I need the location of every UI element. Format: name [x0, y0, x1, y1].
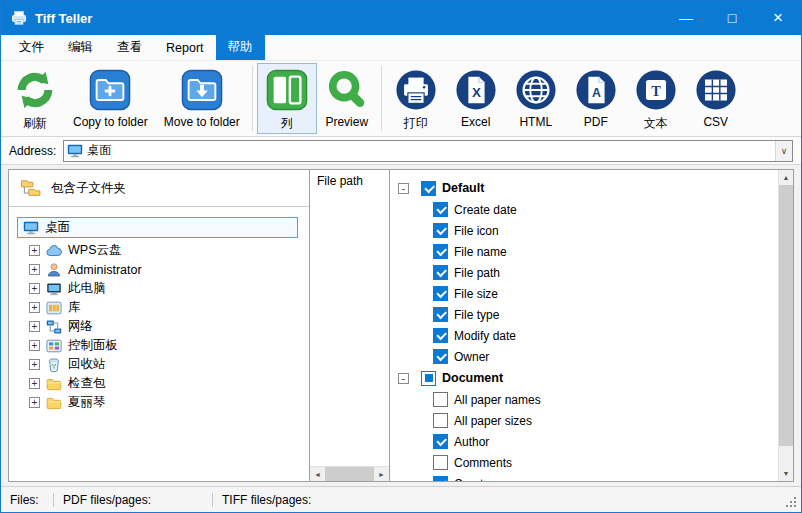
svg-text:X: X — [472, 85, 481, 100]
toolbar-button-csv[interactable]: CSV — [686, 63, 746, 134]
column-item-label: All paper sizes — [454, 414, 532, 428]
column-item-creator[interactable]: Creator — [398, 473, 778, 481]
include-subfolders-toggle[interactable]: 包含子文件夹 — [9, 170, 309, 207]
resize-grip[interactable] — [794, 505, 796, 507]
column-item-file-path[interactable]: File path — [398, 262, 778, 283]
column-item-create-date[interactable]: Create date — [398, 199, 778, 220]
tree-item-network-5[interactable]: +网络 — [17, 317, 303, 336]
expand-icon[interactable]: + — [29, 340, 40, 351]
checkbox-document[interactable] — [421, 371, 436, 386]
expand-icon[interactable]: + — [29, 302, 40, 313]
file-list-panel: File path ◄ ► — [310, 169, 390, 482]
checkbox-create-date[interactable] — [433, 202, 448, 217]
scroll-down-icon[interactable]: ▼ — [779, 466, 793, 481]
toolbar-separator — [381, 66, 382, 131]
expand-icon[interactable]: + — [29, 397, 40, 408]
scroll-left-icon[interactable]: ◄ — [310, 467, 325, 481]
toolbar-button-copy-to-folder[interactable]: Copy to folder — [65, 63, 156, 134]
toolbar-button-label: Preview — [325, 115, 368, 129]
expand-icon[interactable]: + — [29, 283, 40, 294]
scroll-right-icon[interactable]: ► — [374, 467, 389, 481]
menu-item-file[interactable]: 文件 — [7, 35, 56, 60]
expand-icon[interactable]: + — [29, 359, 40, 370]
column-item-owner[interactable]: Owner — [398, 346, 778, 367]
vscrollbar-thumb[interactable] — [779, 185, 793, 446]
column-item-comments[interactable]: Comments — [398, 452, 778, 473]
expand-icon[interactable]: + — [29, 378, 40, 389]
checkbox-file-name[interactable] — [433, 244, 448, 259]
expand-icon[interactable]: + — [29, 321, 40, 332]
hscrollbar-thumb[interactable] — [325, 467, 374, 481]
tree-item-recycle-bin-7[interactable]: +回收站 — [17, 355, 303, 374]
tree-item-user-2[interactable]: +Administrator — [17, 260, 303, 279]
tree-item-desktop-0[interactable]: 桌面 — [17, 217, 298, 238]
tree-item-folder-9[interactable]: +夏丽琴 — [17, 393, 303, 412]
checkbox-modify-date[interactable] — [433, 328, 448, 343]
vertical-scrollbar[interactable]: ▲ ▼ — [778, 170, 793, 481]
file-path-column-header[interactable]: File path — [310, 170, 389, 191]
tree-item-folder-8[interactable]: +检查包 — [17, 374, 303, 393]
checkbox-file-type[interactable] — [433, 307, 448, 322]
titlebar: Tiff Teller — □ × — [1, 1, 801, 35]
status-tiff-files: TIFF files/pages: — [213, 493, 794, 507]
addressbar: Address: 桌面 ∨ — [1, 137, 801, 165]
column-item-all-paper-names[interactable]: All paper names — [398, 389, 778, 410]
toolbar-button-print[interactable]: 打印 — [386, 63, 446, 134]
minimize-button[interactable]: — — [663, 1, 709, 35]
close-button[interactable]: × — [755, 1, 801, 35]
toolbar-button-label: 列 — [281, 115, 293, 132]
column-group-document[interactable]: -Document — [398, 367, 778, 389]
address-dropdown-button[interactable]: ∨ — [775, 141, 792, 161]
column-item-file-name[interactable]: File name — [398, 241, 778, 262]
checkbox-author[interactable] — [433, 434, 448, 449]
tree-item-computer-3[interactable]: +此电脑 — [17, 279, 303, 298]
tree-item-wps-cloud-1[interactable]: +WPS云盘 — [17, 241, 303, 260]
recycle-bin-icon — [46, 357, 62, 373]
collapse-icon[interactable]: - — [398, 183, 409, 194]
collapse-icon[interactable]: - — [398, 373, 409, 384]
toolbar-button-pdf[interactable]: APDF — [566, 63, 626, 134]
toolbar-button-refresh[interactable]: 刷新 — [5, 63, 65, 134]
column-item-file-type[interactable]: File type — [398, 304, 778, 325]
html-icon — [514, 68, 558, 112]
include-subfolders-label: 包含子文件夹 — [51, 180, 126, 197]
checkbox-all-paper-names[interactable] — [433, 392, 448, 407]
checkbox-file-size[interactable] — [433, 286, 448, 301]
menu-item-edit[interactable]: 编辑 — [56, 35, 105, 60]
column-item-file-icon[interactable]: File icon — [398, 220, 778, 241]
toolbar-button-html[interactable]: HTML — [506, 63, 566, 134]
tree-item-library-4[interactable]: +库 — [17, 298, 303, 317]
address-combobox[interactable]: 桌面 ∨ — [63, 140, 793, 162]
folder-icon — [46, 395, 62, 411]
menu-item-view[interactable]: 查看 — [105, 35, 154, 60]
checkbox-owner[interactable] — [433, 349, 448, 364]
menu-item-help[interactable]: 帮助 — [216, 35, 265, 60]
toolbar-button-move-to-folder[interactable]: Move to folder — [156, 63, 248, 134]
checkbox-file-icon[interactable] — [433, 223, 448, 238]
toolbar-button-columns[interactable]: 列 — [257, 63, 317, 134]
checkbox-all-paper-sizes[interactable] — [433, 413, 448, 428]
column-group-default[interactable]: -Default — [398, 177, 778, 199]
statusbar: Files: PDF files/pages: TIFF files/pages… — [1, 486, 801, 512]
horizontal-scrollbar[interactable]: ◄ ► — [310, 466, 389, 481]
tree-item-label: 网络 — [68, 318, 93, 335]
checkbox-default[interactable] — [421, 181, 436, 196]
maximize-button[interactable]: □ — [709, 1, 755, 35]
copy-to-folder-icon — [88, 68, 132, 112]
column-item-author[interactable]: Author — [398, 431, 778, 452]
tree-item-control-panel-6[interactable]: +控制面板 — [17, 336, 303, 355]
checkbox-comments[interactable] — [433, 455, 448, 470]
vscrollbar-track[interactable] — [779, 185, 793, 466]
scroll-up-icon[interactable]: ▲ — [779, 170, 793, 185]
expand-icon[interactable]: + — [29, 264, 40, 275]
column-item-all-paper-sizes[interactable]: All paper sizes — [398, 410, 778, 431]
column-item-file-size[interactable]: File size — [398, 283, 778, 304]
column-item-modify-date[interactable]: Modify date — [398, 325, 778, 346]
toolbar-button-excel[interactable]: XExcel — [446, 63, 506, 134]
checkbox-file-path[interactable] — [433, 265, 448, 280]
expand-icon[interactable]: + — [29, 245, 40, 256]
toolbar-button-text[interactable]: T文本 — [626, 63, 686, 134]
menu-item-report[interactable]: Report — [154, 35, 216, 60]
toolbar-button-preview[interactable]: Preview — [317, 63, 377, 134]
checkbox-creator[interactable] — [433, 476, 448, 481]
